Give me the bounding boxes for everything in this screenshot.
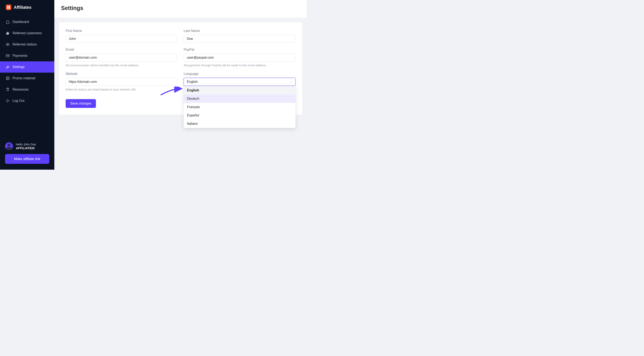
sidebar-item-label: Referred customers [12,31,42,35]
svg-point-4 [7,77,7,78]
sidebar-item-promo-material[interactable]: Promo material [0,73,54,84]
svg-point-0 [7,44,8,45]
sidebar-item-label: Referred visitors [12,43,37,46]
last-name-input[interactable] [184,35,296,43]
sidebar-item-label: Log Out [12,99,24,103]
paypal-input[interactable] [184,54,296,62]
sidebar: Affiliates Dashboard Referred customers … [0,0,54,170]
language-option[interactable]: Italiano [184,120,296,128]
user-affiliate-id: AFFILIATEID [16,147,36,150]
language-selected-value: English [187,80,198,84]
field-language: Language English EnglishDeutschFrançaisE… [184,72,296,91]
logout-icon [6,99,10,103]
field-email: Email All communication will be handled … [66,48,178,67]
save-changes-button[interactable]: Save changes [66,99,96,108]
thumbs-up-icon [6,31,10,35]
eye-icon [6,43,10,46]
field-website: Website Referred visitors are listed bas… [66,72,178,91]
paypal-label: PayPal [184,48,296,51]
sidebar-item-label: Resources [12,88,28,91]
field-last-name: Last Name [184,29,296,43]
email-input[interactable] [66,54,178,62]
sidebar-item-label: Payments [12,54,27,58]
sidebar-item-payments[interactable]: Payments [0,50,54,61]
paypal-help-text: All payments through PayPal will be made… [184,64,296,67]
wrench-icon [6,65,10,69]
website-input[interactable] [66,78,178,86]
website-help-text: Referred visitors are listed based on yo… [66,88,178,91]
sidebar-item-logout[interactable]: Log Out [0,95,54,106]
sidebar-item-label: Dashboard [12,20,29,24]
sidebar-item-referred-visitors[interactable]: Referred visitors [0,39,54,50]
sidebar-nav: Dashboard Referred customers Referred vi… [0,16,54,106]
language-option[interactable]: English [184,86,296,95]
sidebar-item-label: Promo material [12,76,35,80]
page-title: Settings [61,5,300,11]
language-option[interactable]: Deutsch [184,95,296,103]
page-header: Settings [54,0,307,18]
language-select[interactable]: English [184,78,296,86]
settings-card: First Name Last Name Email All communica… [59,22,302,115]
image-icon [6,76,10,80]
content-area: First Name Last Name Email All communica… [54,18,307,170]
field-paypal: PayPal All payments through PayPal will … [184,48,296,67]
brand: Affiliates [0,0,54,15]
chevron-up-icon [290,81,292,83]
language-dropdown: EnglishDeutschFrançaisEspañolItaliano [184,86,296,128]
avatar [5,142,13,150]
sidebar-item-referred-customers[interactable]: Referred customers [0,27,54,39]
language-option[interactable]: Français [184,103,296,111]
user-greeting: Hello John Doe [16,143,36,146]
field-first-name: First Name [66,29,178,43]
make-affiliate-link-button[interactable]: Make affiliate link [5,154,49,164]
main: Settings First Name Last Name Email All … [54,0,307,170]
brand-logo-icon [6,4,11,10]
sidebar-item-label: Settings [12,65,25,69]
language-label: Language [184,72,296,76]
sidebar-item-resources[interactable]: Resources [0,84,54,95]
brand-title: Affiliates [14,5,31,10]
last-name-label: Last Name [184,29,296,33]
sidebar-item-settings[interactable]: Settings [0,61,54,73]
user-block: Hello John Doe AFFILIATEID [0,140,54,154]
home-icon [6,20,10,24]
first-name-label: First Name [66,29,178,33]
email-help-text: All communication will be handled via th… [66,64,178,67]
credit-card-icon [6,54,10,58]
svg-rect-1 [6,55,10,57]
language-option[interactable]: Español [184,111,296,120]
email-label: Email [66,48,178,51]
first-name-input[interactable] [66,35,178,43]
clipboard-icon [6,88,10,91]
sidebar-item-dashboard[interactable]: Dashboard [0,16,54,27]
website-label: Website [66,72,178,76]
